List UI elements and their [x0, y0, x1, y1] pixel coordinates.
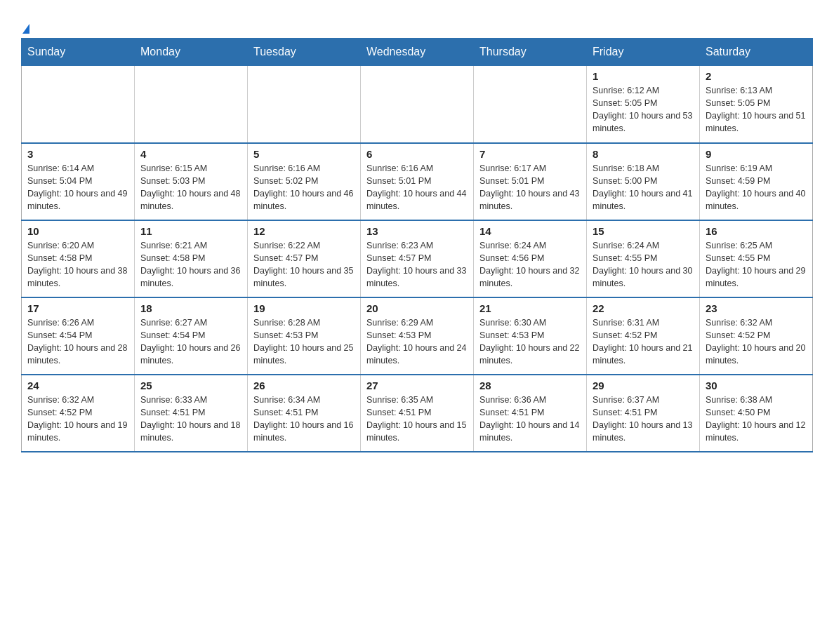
day-number: 11: [140, 225, 241, 237]
calendar-day-cell: 18Sunrise: 6:27 AMSunset: 4:54 PMDayligh…: [135, 297, 248, 375]
logo-general-line: [21, 14, 29, 36]
calendar-day-cell: 9Sunrise: 6:19 AMSunset: 4:59 PMDaylight…: [700, 143, 813, 220]
calendar-day-cell: 22Sunrise: 6:31 AMSunset: 4:52 PMDayligh…: [587, 297, 700, 375]
day-number: 23: [706, 302, 807, 314]
day-number: 22: [593, 302, 694, 314]
day-number: 30: [706, 380, 807, 391]
day-info: Sunrise: 6:34 AMSunset: 4:51 PMDaylight:…: [253, 394, 355, 445]
calendar-day-cell: [474, 66, 587, 143]
weekday-header-wednesday: Wednesday: [361, 39, 474, 66]
day-info: Sunrise: 6:31 AMSunset: 4:52 PMDaylight:…: [593, 316, 694, 368]
day-number: 10: [27, 225, 128, 237]
day-info: Sunrise: 6:26 AMSunset: 4:54 PMDaylight:…: [27, 316, 128, 368]
calendar-day-cell: 25Sunrise: 6:33 AMSunset: 4:51 PMDayligh…: [135, 375, 248, 452]
weekday-header-saturday: Saturday: [700, 39, 813, 66]
calendar-header: SundayMondayTuesdayWednesdayThursdayFrid…: [22, 39, 813, 66]
day-number: 3: [27, 148, 128, 160]
calendar-day-cell: [135, 66, 248, 143]
day-number: 29: [593, 380, 694, 391]
calendar-day-cell: 21Sunrise: 6:30 AMSunset: 4:53 PMDayligh…: [474, 297, 587, 375]
calendar-day-cell: 14Sunrise: 6:24 AMSunset: 4:56 PMDayligh…: [474, 220, 587, 297]
calendar-day-cell: 19Sunrise: 6:28 AMSunset: 4:53 PMDayligh…: [248, 297, 361, 375]
calendar-day-cell: 15Sunrise: 6:24 AMSunset: 4:55 PMDayligh…: [587, 220, 700, 297]
day-number: 27: [366, 380, 468, 391]
day-number: 7: [479, 148, 581, 160]
calendar-day-cell: 10Sunrise: 6:20 AMSunset: 4:58 PMDayligh…: [22, 220, 135, 297]
calendar-day-cell: 5Sunrise: 6:16 AMSunset: 5:02 PMDaylight…: [248, 143, 361, 220]
day-info: Sunrise: 6:17 AMSunset: 5:01 PMDaylight:…: [479, 162, 581, 213]
day-info: Sunrise: 6:35 AMSunset: 4:51 PMDaylight:…: [366, 394, 468, 445]
page-header: [21, 14, 813, 31]
day-number: 16: [706, 225, 807, 237]
day-number: 25: [140, 380, 241, 391]
calendar-day-cell: 7Sunrise: 6:17 AMSunset: 5:01 PMDaylight…: [474, 143, 587, 220]
calendar-table: SundayMondayTuesdayWednesdayThursdayFrid…: [21, 38, 813, 452]
weekday-header-friday: Friday: [587, 39, 700, 66]
logo: [21, 14, 29, 31]
day-number: 14: [479, 225, 581, 237]
day-number: 4: [140, 148, 241, 160]
day-number: 13: [366, 225, 468, 237]
day-number: 24: [27, 380, 128, 391]
calendar-day-cell: 20Sunrise: 6:29 AMSunset: 4:53 PMDayligh…: [361, 297, 474, 375]
day-number: 12: [253, 225, 355, 237]
day-number: 19: [253, 302, 355, 314]
logo-triangle-icon: [22, 24, 29, 34]
weekday-header-tuesday: Tuesday: [248, 39, 361, 66]
calendar-day-cell: 8Sunrise: 6:18 AMSunset: 5:00 PMDaylight…: [587, 143, 700, 220]
day-number: 5: [253, 148, 355, 160]
day-info: Sunrise: 6:16 AMSunset: 5:02 PMDaylight:…: [253, 162, 355, 213]
calendar-day-cell: 2Sunrise: 6:13 AMSunset: 5:05 PMDaylight…: [700, 66, 813, 143]
calendar-week-row: 1Sunrise: 6:12 AMSunset: 5:05 PMDaylight…: [22, 66, 813, 143]
day-info: Sunrise: 6:13 AMSunset: 5:05 PMDaylight:…: [706, 84, 807, 135]
calendar-week-row: 3Sunrise: 6:14 AMSunset: 5:04 PMDaylight…: [22, 143, 813, 220]
day-number: 6: [366, 148, 468, 160]
calendar-day-cell: [22, 66, 135, 143]
calendar-day-cell: 4Sunrise: 6:15 AMSunset: 5:03 PMDaylight…: [135, 143, 248, 220]
day-info: Sunrise: 6:36 AMSunset: 4:51 PMDaylight:…: [479, 394, 581, 445]
calendar-day-cell: 17Sunrise: 6:26 AMSunset: 4:54 PMDayligh…: [22, 297, 135, 375]
weekday-header-monday: Monday: [135, 39, 248, 66]
calendar-day-cell: 3Sunrise: 6:14 AMSunset: 5:04 PMDaylight…: [22, 143, 135, 220]
calendar-week-row: 10Sunrise: 6:20 AMSunset: 4:58 PMDayligh…: [22, 220, 813, 297]
day-number: 20: [366, 302, 468, 314]
day-info: Sunrise: 6:28 AMSunset: 4:53 PMDaylight:…: [253, 316, 355, 368]
calendar-day-cell: 27Sunrise: 6:35 AMSunset: 4:51 PMDayligh…: [361, 375, 474, 452]
calendar-day-cell: 13Sunrise: 6:23 AMSunset: 4:57 PMDayligh…: [361, 220, 474, 297]
weekday-header-row: SundayMondayTuesdayWednesdayThursdayFrid…: [22, 39, 813, 66]
day-info: Sunrise: 6:32 AMSunset: 4:52 PMDaylight:…: [706, 316, 807, 368]
calendar-day-cell: 30Sunrise: 6:38 AMSunset: 4:50 PMDayligh…: [700, 375, 813, 452]
calendar-day-cell: 29Sunrise: 6:37 AMSunset: 4:51 PMDayligh…: [587, 375, 700, 452]
calendar-day-cell: 6Sunrise: 6:16 AMSunset: 5:01 PMDaylight…: [361, 143, 474, 220]
calendar-day-cell: [248, 66, 361, 143]
day-info: Sunrise: 6:24 AMSunset: 4:55 PMDaylight:…: [593, 239, 694, 290]
day-number: 18: [140, 302, 241, 314]
day-number: 17: [27, 302, 128, 314]
day-info: Sunrise: 6:27 AMSunset: 4:54 PMDaylight:…: [140, 316, 241, 368]
calendar-week-row: 24Sunrise: 6:32 AMSunset: 4:52 PMDayligh…: [22, 375, 813, 452]
day-number: 28: [479, 380, 581, 391]
day-info: Sunrise: 6:15 AMSunset: 5:03 PMDaylight:…: [140, 162, 241, 213]
calendar-day-cell: 12Sunrise: 6:22 AMSunset: 4:57 PMDayligh…: [248, 220, 361, 297]
day-info: Sunrise: 6:38 AMSunset: 4:50 PMDaylight:…: [706, 394, 807, 445]
calendar-day-cell: 28Sunrise: 6:36 AMSunset: 4:51 PMDayligh…: [474, 375, 587, 452]
day-info: Sunrise: 6:22 AMSunset: 4:57 PMDaylight:…: [253, 239, 355, 290]
day-info: Sunrise: 6:21 AMSunset: 4:58 PMDaylight:…: [140, 239, 241, 290]
calendar-body: 1Sunrise: 6:12 AMSunset: 5:05 PMDaylight…: [22, 66, 813, 452]
day-info: Sunrise: 6:25 AMSunset: 4:55 PMDaylight:…: [706, 239, 807, 290]
day-number: 26: [253, 380, 355, 391]
day-info: Sunrise: 6:23 AMSunset: 4:57 PMDaylight:…: [366, 239, 468, 290]
calendar-day-cell: 1Sunrise: 6:12 AMSunset: 5:05 PMDaylight…: [587, 66, 700, 143]
day-info: Sunrise: 6:20 AMSunset: 4:58 PMDaylight:…: [27, 239, 128, 290]
day-info: Sunrise: 6:29 AMSunset: 4:53 PMDaylight:…: [366, 316, 468, 368]
weekday-header-thursday: Thursday: [474, 39, 587, 66]
day-info: Sunrise: 6:37 AMSunset: 4:51 PMDaylight:…: [593, 394, 694, 445]
day-info: Sunrise: 6:16 AMSunset: 5:01 PMDaylight:…: [366, 162, 468, 213]
calendar-week-row: 17Sunrise: 6:26 AMSunset: 4:54 PMDayligh…: [22, 297, 813, 375]
day-info: Sunrise: 6:33 AMSunset: 4:51 PMDaylight:…: [140, 394, 241, 445]
day-number: 21: [479, 302, 581, 314]
day-info: Sunrise: 6:24 AMSunset: 4:56 PMDaylight:…: [479, 239, 581, 290]
day-number: 9: [706, 148, 807, 160]
calendar-day-cell: 26Sunrise: 6:34 AMSunset: 4:51 PMDayligh…: [248, 375, 361, 452]
day-number: 15: [593, 225, 694, 237]
